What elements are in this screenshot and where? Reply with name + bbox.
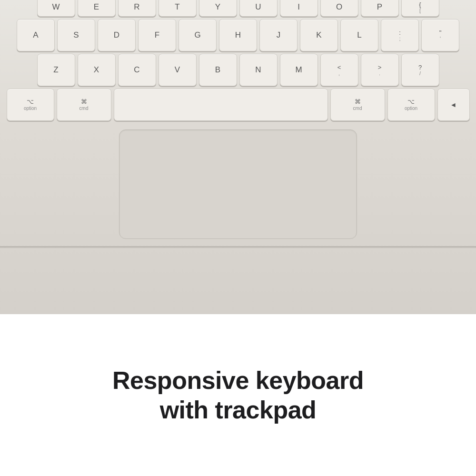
key-D[interactable]: D [98, 19, 136, 51]
keyboard-row-2: Z X C V B N M < , > . ? / [0, 54, 476, 86]
key-label: O [336, 2, 342, 12]
key-comma[interactable]: < , [320, 54, 358, 86]
key-period[interactable]: > . [361, 54, 399, 86]
key-label: D [114, 30, 119, 40]
cmd-label: cmd [79, 106, 89, 111]
option-label: option [24, 106, 37, 111]
key-label: < [337, 64, 341, 70]
key-label: S [73, 30, 79, 40]
keyboard-divider [0, 246, 476, 248]
key-A[interactable]: A [17, 19, 55, 51]
key-label: G [194, 30, 200, 40]
key-label: Z [53, 65, 58, 75]
key-brace[interactable]: { [ [401, 0, 439, 17]
key-J[interactable]: J [259, 19, 298, 51]
key-X[interactable]: X [78, 54, 116, 86]
key-H[interactable]: H [219, 19, 257, 51]
trackpad-container [0, 129, 476, 246]
headline-line2: with trackpad [112, 395, 364, 425]
key-label: ? [418, 64, 422, 70]
key-E[interactable]: E [78, 0, 116, 17]
cmd-symbol: ⌘ [81, 99, 87, 105]
option-label-right: option [405, 106, 417, 111]
key-V[interactable]: V [159, 54, 197, 86]
headline: Responsive keyboard with trackpad [112, 366, 364, 425]
key-arrow-left[interactable]: ◄ [437, 89, 470, 121]
key-L[interactable]: L [340, 19, 378, 51]
key-U[interactable]: U [239, 0, 278, 17]
arrow-icon: ◄ [450, 101, 457, 109]
key-W[interactable]: W [37, 0, 75, 17]
key-label: Y [215, 2, 220, 12]
key-label: A [33, 30, 38, 40]
key-label: H [235, 30, 241, 40]
key-label: L [357, 30, 361, 40]
key-label: T [175, 2, 179, 12]
key-label: : [399, 30, 401, 36]
cmd-symbol-right: ⌘ [355, 99, 361, 105]
keyboard-row-3: ⌥ option ⌘ cmd ⌘ cmd ⌥ option ◄ [0, 89, 476, 121]
key-space[interactable] [114, 89, 328, 121]
keyboard-row-0: W E R T Y U I O P { [ [0, 0, 476, 17]
key-label: M [295, 65, 302, 75]
key-B[interactable]: B [199, 54, 237, 86]
text-section: Responsive keyboard with trackpad [0, 314, 476, 476]
key-K[interactable]: K [300, 19, 338, 51]
key-quote[interactable]: " ' [421, 19, 459, 51]
key-label: " [439, 30, 442, 36]
key-label: E [94, 2, 99, 12]
key-cmd-left[interactable]: ⌘ cmd [57, 89, 111, 121]
key-colon[interactable]: : ; [381, 19, 419, 51]
key-Y[interactable]: Y [199, 0, 237, 17]
key-R[interactable]: R [118, 0, 156, 17]
key-label: P [377, 2, 382, 12]
key-label: F [155, 30, 159, 40]
key-T[interactable]: T [159, 0, 197, 17]
option-symbol: ⌥ [27, 99, 34, 105]
key-Z[interactable]: Z [37, 54, 75, 86]
key-label: J [277, 30, 281, 40]
key-label: { [419, 1, 421, 8]
key-option-right[interactable]: ⌥ option [387, 89, 435, 121]
key-option-left[interactable]: ⌥ option [7, 89, 54, 121]
key-O[interactable]: O [320, 0, 358, 17]
option-symbol-right: ⌥ [407, 99, 415, 105]
key-C[interactable]: C [118, 54, 156, 86]
key-label: > [378, 64, 382, 70]
key-label: K [316, 30, 321, 40]
key-label: X [94, 65, 99, 75]
key-I[interactable]: I [280, 0, 318, 17]
keyboard-row-1: A S D F G H J K L : ; " ' [0, 19, 476, 51]
headline-line1: Responsive keyboard [112, 366, 364, 395]
key-label: I [298, 2, 300, 12]
key-slash[interactable]: ? / [401, 54, 439, 86]
key-label: W [52, 2, 60, 12]
key-label: N [255, 65, 261, 75]
key-F[interactable]: F [138, 19, 176, 51]
key-M[interactable]: M [280, 54, 318, 86]
key-N[interactable]: N [239, 54, 278, 86]
key-label: U [255, 2, 261, 12]
key-label: R [134, 2, 139, 12]
key-P[interactable]: P [361, 0, 399, 17]
trackpad[interactable] [119, 129, 357, 239]
cmd-label-right: cmd [353, 106, 362, 111]
key-label: V [175, 65, 180, 75]
key-label: C [134, 65, 139, 75]
key-G[interactable]: G [178, 19, 217, 51]
key-label: B [215, 65, 220, 75]
key-cmd-right[interactable]: ⌘ cmd [330, 89, 385, 121]
keyboard-section: W E R T Y U I O P { [ A S D F G H J K L … [0, 0, 476, 314]
key-S[interactable]: S [57, 19, 95, 51]
